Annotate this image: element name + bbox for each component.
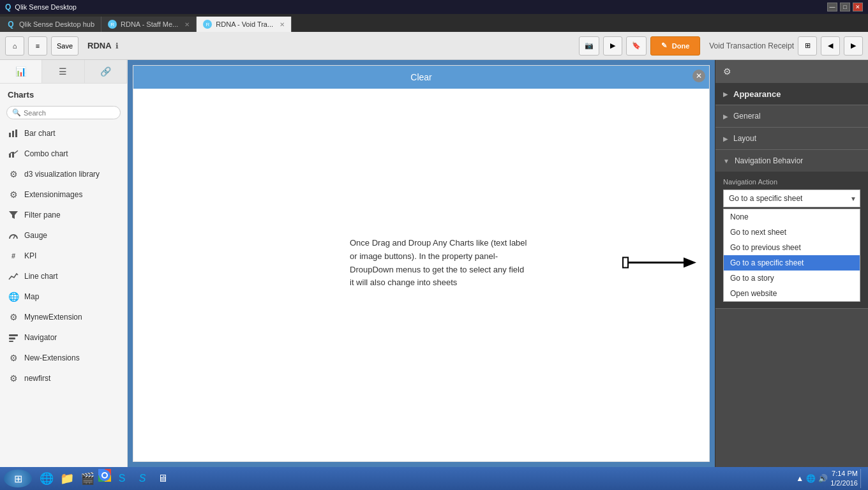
screenshot-button[interactable]: 📷 xyxy=(579,36,599,56)
center-canvas: ✕ Clear Once Drag and Droup Any Charts l… xyxy=(133,65,710,462)
tab-close-staff[interactable]: ✕ xyxy=(184,21,190,28)
d3-icon: ⚙ xyxy=(8,168,19,180)
close-button[interactable]: ✕ xyxy=(853,3,863,11)
navigator-icon xyxy=(8,332,19,343)
nav-action-label: Navigation Action xyxy=(723,178,860,186)
info-icon: ℹ xyxy=(116,41,119,50)
svg-rect-12 xyxy=(623,258,628,268)
taskbar-pinned-icons: 🌐 📁 🎬 S S 🖥 xyxy=(37,469,172,488)
nav-forward-button[interactable]: ▶ xyxy=(844,36,863,56)
appearance-header[interactable]: ▶ Appearance xyxy=(715,83,868,105)
chart-item-gauge[interactable]: Gauge xyxy=(0,225,127,246)
camera-icon: 📷 xyxy=(585,41,594,50)
menu-option-none[interactable]: None xyxy=(724,209,860,225)
dropdown-open-menu: None Go to next sheet Go to previous she… xyxy=(723,209,860,302)
chart-item-bar[interactable]: Bar chart xyxy=(0,123,127,144)
svg-marker-11 xyxy=(684,258,696,268)
menu-option-next[interactable]: Go to next sheet xyxy=(724,225,860,240)
master-tab[interactable]: 🔗 xyxy=(85,60,127,83)
skype-icon-2[interactable]: S xyxy=(133,469,152,488)
tab-void[interactable]: R RDNA - Void Tra... ✕ xyxy=(197,17,292,32)
menu-option-specific[interactable]: Go to a specific sheet xyxy=(724,255,860,271)
nav-action-dropdown[interactable]: None Go to next sheet Go to previous she… xyxy=(723,189,860,207)
chart-item-d3[interactable]: ⚙ d3 visualization library xyxy=(0,164,127,184)
chart-item-newfirst[interactable]: ⚙ newfirst xyxy=(0,368,127,389)
chart-item-map[interactable]: 🌐 Map xyxy=(0,286,127,307)
rdna-icon-1: R xyxy=(108,20,117,29)
taskbar-clock[interactable]: 7:14 PM 1/2/2016 xyxy=(830,469,858,489)
kpi-icon: # xyxy=(8,250,19,262)
charts-tab[interactable]: 📊 xyxy=(0,60,42,83)
grid-view-button[interactable]: ⊞ xyxy=(798,36,817,56)
sheets-tab[interactable]: ☰ xyxy=(42,60,84,83)
layout-header[interactable]: ▶ Layout xyxy=(715,128,868,149)
start-button[interactable]: ⊞ xyxy=(4,470,32,487)
charts-label: Charts xyxy=(0,84,127,102)
save-button[interactable]: Save xyxy=(51,36,79,56)
start-icon: ⊞ xyxy=(14,473,22,485)
done-button[interactable]: ✎ Done xyxy=(650,36,701,56)
tab-staff[interactable]: R RDNA - Staff Me... ✕ xyxy=(101,17,197,32)
home-button[interactable]: ⌂ xyxy=(5,36,24,56)
app-logo: Q xyxy=(5,3,11,11)
grid-icon: ⊞ xyxy=(805,41,811,50)
folder-icon[interactable]: 📁 xyxy=(57,469,77,488)
general-header[interactable]: ▶ General xyxy=(715,105,868,127)
title-bar: Q Qlik Sense Desktop — □ ✕ xyxy=(0,0,868,14)
search-box[interactable]: 🔍 xyxy=(6,106,121,119)
sheet-title: Void Transaction Receipt xyxy=(709,41,794,50)
menu-button[interactable]: ≡ xyxy=(28,36,47,56)
chart-item-filter[interactable]: Filter pane xyxy=(0,205,127,225)
present-button[interactable]: ▶ xyxy=(603,36,622,56)
forward-icon: ▶ xyxy=(851,41,856,50)
tab-hub[interactable]: Q Qlik Sense Desktop hub xyxy=(0,17,101,32)
present-icon: ▶ xyxy=(610,41,615,50)
chart-item-navigator[interactable]: Navigator xyxy=(0,327,127,348)
bookmark-icon: 🔖 xyxy=(632,41,641,50)
up-arrow-icon: ▲ xyxy=(796,474,804,483)
gauge-icon xyxy=(8,230,19,241)
clear-button[interactable]: Clear xyxy=(133,66,709,89)
minimize-button[interactable]: — xyxy=(827,3,837,11)
menu-option-story[interactable]: Go to a story xyxy=(724,271,860,286)
combo-chart-icon xyxy=(8,148,19,160)
svg-marker-5 xyxy=(9,211,18,219)
newext-icon: ⚙ xyxy=(8,352,19,364)
chart-item-ext[interactable]: ⚙ Extensionimages xyxy=(0,184,127,205)
menu-option-prev[interactable]: Go to previous sheet xyxy=(724,240,860,255)
nav-back-button[interactable]: ◀ xyxy=(821,36,840,56)
nav-behavior-header[interactable]: ▼ Navigation Behavior xyxy=(715,150,868,172)
bookmark-button[interactable]: 🔖 xyxy=(626,36,647,56)
network-status-icon: 🌐 xyxy=(806,474,816,483)
skype-icon-1[interactable]: S xyxy=(112,469,131,488)
master-icon: 🔗 xyxy=(100,66,111,77)
taskbar-sys-icons: ▲ 🌐 🔊 xyxy=(796,474,828,483)
maximize-button[interactable]: □ xyxy=(840,3,850,11)
chart-item-newext[interactable]: ⚙ New-Extensions xyxy=(0,348,127,368)
taskbar: ⊞ 🌐 📁 🎬 S S 🖥 ▲ 🌐 🔊 7:14 PM 1/2/2016 xyxy=(0,467,868,490)
ie-icon[interactable]: 🌐 xyxy=(37,469,56,488)
svg-rect-2 xyxy=(15,130,17,137)
bar-chart-icon xyxy=(8,128,19,139)
toolbar: ⌂ ≡ Save RDNA ℹ 📷 ▶ 🔖 ✎ Done Void Transa… xyxy=(0,32,868,60)
chart-item-line[interactable]: Line chart xyxy=(0,266,127,286)
menu-option-website[interactable]: Open website xyxy=(724,286,860,301)
general-section: ▶ General xyxy=(715,105,868,128)
chart-item-kpi[interactable]: # KPI xyxy=(0,246,127,266)
search-input[interactable] xyxy=(24,109,115,117)
app-title: Qlik Sense Desktop xyxy=(15,3,77,11)
hub-icon: Q xyxy=(6,20,15,29)
tab-close-void[interactable]: ✕ xyxy=(280,21,285,28)
network-icon[interactable]: 🖥 xyxy=(153,469,172,488)
media-icon[interactable]: 🎬 xyxy=(78,469,97,488)
chart-item-mynew[interactable]: ⚙ MynewExtension xyxy=(0,307,127,327)
show-desktop-button[interactable] xyxy=(860,469,864,488)
chart-item-combo[interactable]: Combo chart xyxy=(0,144,127,164)
layout-section: ▶ Layout xyxy=(715,128,868,150)
line-chart-icon xyxy=(8,271,19,282)
canvas-close-button[interactable]: ✕ xyxy=(692,70,705,82)
chrome-icon[interactable] xyxy=(98,469,111,482)
arrow-indicator xyxy=(620,250,696,278)
svg-rect-1 xyxy=(12,131,14,137)
panel-header: ⚙ xyxy=(715,60,868,83)
